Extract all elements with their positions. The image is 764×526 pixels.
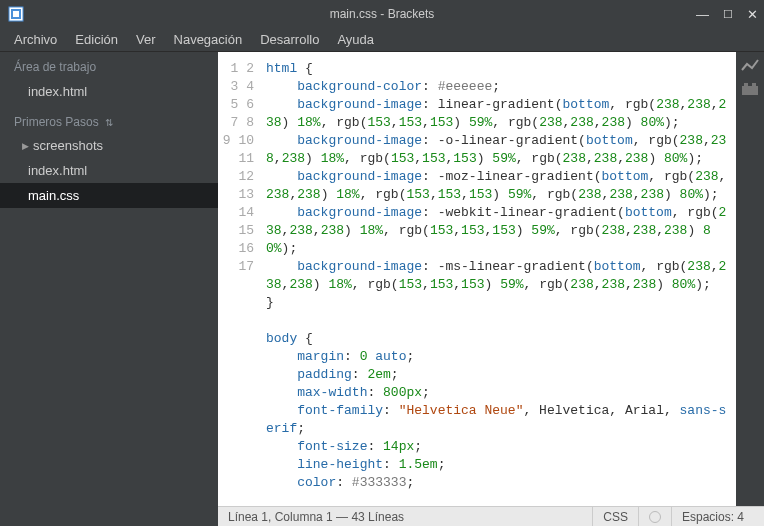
window-controls: — ☐ ✕ [696, 0, 758, 28]
sort-icon: ⇅ [105, 117, 111, 128]
statusbar: Línea 1, Columna 1 — 43 Líneas CSS Espac… [218, 506, 764, 526]
status-spaces[interactable]: Espacios: 4 [671, 507, 754, 526]
workspace-label: Área de trabajo [0, 52, 218, 78]
content: Área de trabajo index.html Primeros Paso… [0, 52, 764, 506]
window-title: main.css - Brackets [330, 7, 435, 21]
editor[interactable]: 1 2 3 4 5 6 7 8 9 10 11 12 13 14 15 16 1… [218, 52, 736, 506]
menubar: Archivo Edición Ver Navegación Desarroll… [0, 28, 764, 52]
tree-label: screenshots [33, 138, 103, 153]
titlebar: main.css - Brackets — ☐ ✕ [0, 0, 764, 28]
status-lint[interactable] [638, 507, 671, 526]
svg-rect-2 [742, 86, 758, 95]
tree-folder-screenshots[interactable]: ▶ screenshots [0, 133, 218, 158]
menu-ver[interactable]: Ver [128, 30, 164, 49]
right-rail [736, 52, 764, 506]
close-button[interactable]: ✕ [747, 7, 758, 22]
menu-edicion[interactable]: Edición [67, 30, 126, 49]
status-language[interactable]: CSS [592, 507, 638, 526]
tree-label: main.css [28, 188, 79, 203]
svg-rect-4 [752, 83, 756, 86]
chevron-right-icon: ▶ [22, 141, 29, 151]
gutter: 1 2 3 4 5 6 7 8 9 10 11 12 13 14 15 16 1… [218, 52, 262, 506]
tree-file-main-active[interactable]: main.css [0, 183, 218, 208]
circle-icon [649, 511, 661, 523]
minimize-button[interactable]: — [696, 7, 709, 22]
project-header[interactable]: Primeros Pasos ⇅ [0, 105, 218, 133]
menu-archivo[interactable]: Archivo [6, 30, 65, 49]
code-area[interactable]: html { background-color: #eeeeee; backgr… [262, 52, 736, 506]
maximize-button[interactable]: ☐ [723, 8, 733, 21]
menu-ayuda[interactable]: Ayuda [329, 30, 382, 49]
tree-label: index.html [28, 163, 87, 178]
workspace-file[interactable]: index.html [0, 78, 218, 105]
live-preview-icon[interactable] [741, 58, 759, 72]
menu-desarrollo[interactable]: Desarrollo [252, 30, 327, 49]
status-cursor: Línea 1, Columna 1 — 43 Líneas [228, 510, 404, 524]
tree-file-index[interactable]: index.html [0, 158, 218, 183]
app-icon [8, 6, 24, 22]
project-label: Primeros Pasos [14, 115, 99, 129]
extensions-icon[interactable] [741, 82, 759, 96]
sidebar: Área de trabajo index.html Primeros Paso… [0, 52, 218, 506]
menu-navegacion[interactable]: Navegación [166, 30, 251, 49]
svg-rect-3 [744, 83, 748, 86]
